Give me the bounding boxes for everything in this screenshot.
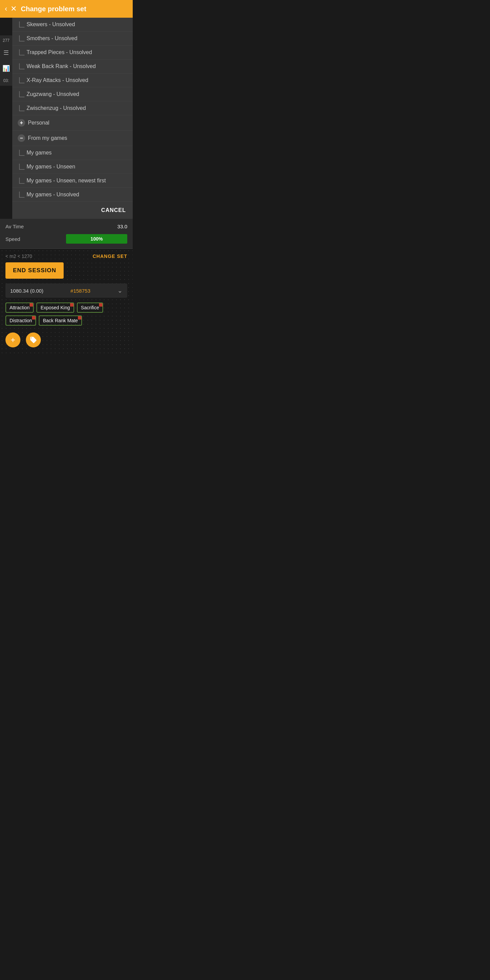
game-info-row: 1080.34 (0.00) #158753 ⌄ [5,283,127,298]
tree-branch-icon [19,178,24,184]
tag-corner-icon [99,303,102,307]
sidebar-number: 277 [3,38,10,43]
tree-branch-icon [19,192,24,198]
dropdown-list: Skewers - Unsolved Smothers - Unsolved T… [12,18,133,202]
set-info-text: < m2 < 1270 [5,253,32,259]
speed-bar: 100% [66,234,127,243]
speed-label: Speed [5,236,20,242]
tag-icon [30,336,37,344]
tree-branch-icon [19,164,24,170]
list-item[interactable]: Smothers - Unsolved [12,32,133,46]
tag-attraction[interactable]: Attraction [5,302,34,313]
list-item[interactable]: Trapped Pieces - Unsolved [12,46,133,60]
bottom-actions: + [5,329,127,351]
tree-branch-icon [19,105,24,111]
av-time-row: Av Time 33.0 [5,224,127,229]
tag-sacrifice[interactable]: Sacrifice [77,302,103,313]
close-icon[interactable]: ✕ [11,5,17,13]
list-item[interactable]: Weak Back Rank - Unsolved [12,60,133,73]
list-item[interactable]: Skewers - Unsolved [12,18,133,32]
tag-corner-icon [30,303,33,307]
list-item[interactable]: X-Ray Attacks - Unsolved [12,73,133,88]
tag-corner-icon [78,316,81,320]
tree-branch-icon [19,77,24,83]
tree-branch-icon [19,63,24,69]
add-button[interactable]: + [5,332,21,347]
list-item[interactable]: My games - Unsolved [12,188,133,202]
change-set-button[interactable]: CHANGE SET [92,253,127,259]
speed-row: Speed 100% [5,234,127,243]
tree-branch-icon [19,49,24,56]
dropdown-overlay: Skewers - Unsolved Smothers - Unsolved T… [12,18,133,219]
end-session-button[interactable]: END SESSION [5,262,64,279]
from-my-games-item[interactable]: − From my games [12,130,133,146]
left-sidebar: 277 ☰ 📊 03: [0,35,12,86]
header: ‹ ✕ Change problem set [0,0,133,18]
game-info-text: 1080.34 (0.00) [10,288,43,294]
av-time-value: 33.0 [118,224,127,229]
tag-distraction[interactable]: Distraction [5,315,36,326]
tag-corner-icon [70,303,73,307]
tree-branch-icon [19,150,24,156]
cancel-button[interactable]: CANCEL [101,207,126,213]
collapse-icon[interactable]: − [18,134,25,142]
header-title: Change problem set [21,5,86,13]
cancel-row: CANCEL [12,202,133,219]
stats-section: Av Time 33.0 Speed 100% [0,219,133,249]
av-time-label: Av Time [5,224,24,229]
sidebar-time: 03: [3,78,9,83]
tag-corner-icon [32,316,35,320]
back-icon[interactable]: ‹ [5,5,7,13]
set-info-row: < m2 < 1270 CHANGE SET [5,253,127,259]
personal-item[interactable]: + Personal [12,115,133,130]
sidebar-stats-icon[interactable]: 📊 [0,63,12,74]
chevron-down-icon[interactable]: ⌄ [118,287,123,294]
list-item[interactable]: My games [12,146,133,160]
tags-section: Attraction Exposed King Sacrifice Distra… [5,302,127,329]
sidebar-menu-icon[interactable]: ☰ [2,47,11,59]
tree-branch-icon [19,91,24,97]
speed-value: 100% [91,236,103,242]
tag-button[interactable] [26,332,41,347]
expand-icon[interactable]: + [18,119,25,127]
game-link[interactable]: #158753 [70,288,90,294]
tag-back-rank-mate[interactable]: Back Rank Mate [39,315,82,326]
tree-branch-icon [19,35,24,41]
list-item[interactable]: My games - Unseen, newest first [12,174,133,188]
list-item[interactable]: Zugzwang - Unsolved [12,88,133,102]
list-item[interactable]: My games - Unseen [12,160,133,174]
tree-branch-icon [19,21,24,27]
list-item[interactable]: Zwischenzug - Unsolved [12,102,133,115]
tag-exposed-king[interactable]: Exposed King [37,302,74,313]
bottom-section: < m2 < 1270 CHANGE SET END SESSION 1080.… [0,249,133,356]
